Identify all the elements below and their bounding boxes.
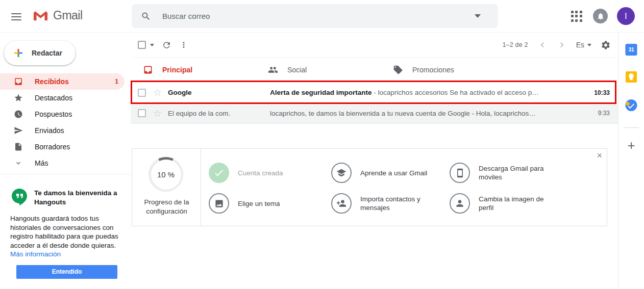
progress-label: Progreso de la configuración bbox=[132, 198, 201, 216]
image-icon bbox=[209, 193, 229, 214]
add-addon-icon[interactable]: + bbox=[627, 138, 635, 153]
row-checkbox[interactable] bbox=[138, 89, 146, 97]
row-star-icon[interactable]: ☆ bbox=[153, 109, 162, 118]
sidebar-item-pospuestos[interactable]: Pospuestos bbox=[0, 106, 125, 122]
email-row-google-alert[interactable]: ☆ Google Alerta de seguridad importante … bbox=[131, 82, 618, 103]
phone-icon bbox=[450, 163, 470, 183]
more-options-icon[interactable] bbox=[179, 40, 189, 50]
email-list: ☆ Google Alerta de seguridad importante … bbox=[131, 82, 618, 124]
notifications-bell-icon[interactable] bbox=[593, 9, 608, 23]
email-subject: locaprichos, te damos la bienvenida a tu… bbox=[270, 110, 470, 117]
setup-item-aprende[interactable]: Aprende a usar Gmail bbox=[331, 163, 427, 183]
language-label: Es bbox=[576, 41, 584, 49]
setup-item-label: Elige un tema bbox=[238, 199, 280, 208]
hangouts-welcome-card: Te damos la bienvenida a Hangouts Hangou… bbox=[0, 183, 131, 279]
tasks-icon[interactable] bbox=[626, 99, 637, 111]
refresh-icon[interactable] bbox=[161, 40, 171, 50]
setup-item-importa[interactable]: Importa contactos y mensajes bbox=[331, 193, 437, 214]
select-caret-icon[interactable] bbox=[150, 44, 154, 46]
sidebar-item-label: Enviados bbox=[35, 126, 64, 135]
google-apps-icon[interactable] bbox=[571, 10, 583, 22]
gmail-logo-text: Gmail bbox=[53, 9, 83, 22]
close-icon[interactable]: × bbox=[597, 151, 602, 160]
tab-promociones[interactable]: Promociones bbox=[381, 58, 506, 82]
gmail-logo[interactable]: Gmail bbox=[33, 9, 83, 22]
sidebar-item-mas[interactable]: Más bbox=[0, 155, 125, 171]
email-snippet: - Hola, locaprichos… bbox=[470, 110, 536, 117]
sidebar-item-label: Pospuestos bbox=[35, 110, 72, 118]
chevron-down-icon bbox=[13, 158, 23, 168]
setup-item-imagen-perfil[interactable]: Cambia la imagen de perfil bbox=[450, 193, 555, 214]
hangouts-body-text: Hangouts guardará todos tus historiales … bbox=[10, 215, 118, 249]
tab-principal[interactable]: Principal bbox=[131, 58, 256, 82]
input-language-dropdown[interactable]: Es bbox=[576, 41, 591, 49]
email-time: 9:33 bbox=[581, 110, 610, 117]
row-checkbox[interactable] bbox=[138, 109, 146, 117]
setup-item-cuenta-creada[interactable]: Cuenta creada bbox=[209, 163, 283, 183]
email-text: Alerta de seguridad importante - locapri… bbox=[270, 89, 581, 96]
tab-label: Principal bbox=[162, 66, 192, 74]
school-icon bbox=[331, 163, 352, 183]
progress-ring: 10 % bbox=[148, 157, 183, 192]
send-icon bbox=[13, 125, 23, 136]
setup-item-descarga[interactable]: Descarga Gmail para móviles bbox=[450, 163, 555, 183]
setup-item-tema[interactable]: Elige un tema bbox=[209, 193, 280, 214]
person-icon bbox=[450, 193, 470, 214]
top-header: Gmail l bbox=[0, 0, 644, 33]
inbox-tabs: Principal Social Promociones bbox=[131, 58, 618, 82]
hamburger-menu-icon[interactable] bbox=[11, 11, 21, 21]
setup-item-label: Cambia la imagen de perfil bbox=[479, 195, 555, 212]
hangouts-icon bbox=[10, 188, 29, 207]
calendar-icon[interactable]: 31 bbox=[626, 44, 637, 56]
hangouts-body: Hangouts guardará todos tus historiales … bbox=[0, 207, 131, 259]
rail-divider bbox=[624, 127, 639, 128]
setup-item-label: Descarga Gmail para móviles bbox=[479, 164, 555, 181]
email-sender: El equipo de la com. bbox=[168, 110, 270, 117]
search-icon[interactable] bbox=[141, 11, 151, 21]
check-icon bbox=[209, 163, 229, 183]
sidebar-item-recibidos[interactable]: Recibidos 1 bbox=[0, 73, 125, 90]
sidebar-divider bbox=[0, 174, 131, 174]
sidebar-item-label: Recibidos bbox=[35, 77, 69, 86]
sidebar-item-label: Más bbox=[35, 159, 48, 167]
sidebar-item-borradores[interactable]: Borradores bbox=[0, 139, 125, 155]
select-all-checkbox[interactable] bbox=[138, 41, 146, 49]
progress-value: 10 % bbox=[151, 160, 181, 190]
account-avatar[interactable]: l bbox=[617, 7, 635, 25]
email-snippet: - locaprichos accesorios Se ha activado … bbox=[372, 89, 539, 96]
star-icon bbox=[13, 93, 23, 103]
compose-button[interactable]: Redactar bbox=[4, 41, 76, 65]
unread-count-badge: 1 bbox=[115, 78, 118, 85]
search-options-caret-icon[interactable] bbox=[475, 14, 481, 18]
sidebar-item-destacados[interactable]: Destacados bbox=[0, 90, 125, 106]
email-row-welcome[interactable]: ☆ El equipo de la com. locaprichos, te d… bbox=[131, 103, 618, 124]
chevron-left-icon[interactable] bbox=[537, 40, 548, 50]
inbox-icon bbox=[143, 65, 153, 75]
tab-label: Social bbox=[287, 66, 307, 74]
email-sender: Google bbox=[168, 89, 270, 96]
gmail-window: Gmail l Redactar bbox=[0, 0, 644, 289]
keep-icon[interactable] bbox=[626, 71, 637, 83]
chevron-right-icon[interactable] bbox=[557, 40, 567, 50]
gmail-envelope-icon bbox=[33, 10, 48, 21]
sidebar-item-label: Destacados bbox=[35, 94, 72, 102]
setup-item-label: Importa contactos y mensajes bbox=[360, 195, 437, 212]
person-add-icon bbox=[331, 193, 352, 214]
tab-label: Promociones bbox=[412, 66, 454, 74]
search-bar bbox=[132, 4, 498, 28]
right-side-rail: 31 + bbox=[618, 33, 644, 289]
progress-section: 10 % Progreso de la configuración bbox=[132, 149, 201, 226]
sidebar-item-enviados[interactable]: Enviados bbox=[0, 122, 125, 139]
more-info-link[interactable]: Más información bbox=[10, 250, 61, 258]
tab-social[interactable]: Social bbox=[256, 58, 381, 82]
list-toolbar: 1–2 de 2 Es bbox=[131, 33, 618, 58]
pagination-count[interactable]: 1–2 de 2 bbox=[502, 41, 528, 48]
email-text: locaprichos, te damos la bienvenida a tu… bbox=[270, 110, 581, 117]
row-star-icon[interactable]: ☆ bbox=[153, 88, 162, 97]
search-input[interactable] bbox=[162, 12, 475, 20]
inbox-icon bbox=[13, 76, 23, 87]
clock-icon bbox=[13, 109, 23, 119]
settings-gear-icon[interactable] bbox=[601, 40, 611, 50]
setup-progress-panel: 10 % Progreso de la configuración Cuenta… bbox=[132, 148, 607, 226]
hangouts-accept-button[interactable]: Entendido bbox=[16, 265, 117, 279]
